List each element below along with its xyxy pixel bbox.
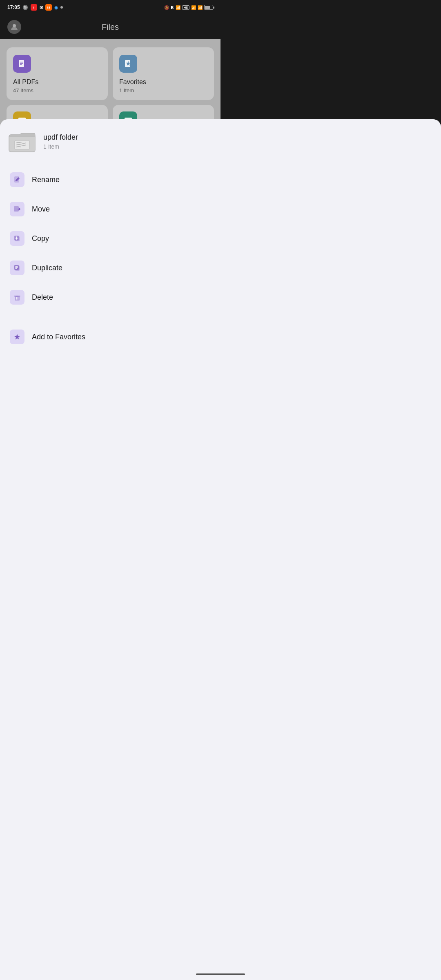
favorites-count: 1 Item bbox=[119, 87, 207, 94]
folder-preview-info: updf folder 1 Item bbox=[43, 133, 78, 150]
status-right: 🔕 𝗕 📶 HD 📶 📶 bbox=[164, 5, 213, 10]
mute-icon: 🔕 bbox=[164, 5, 169, 10]
bluetooth-icon: 𝗕 bbox=[171, 5, 174, 10]
app-icon-2: i bbox=[31, 4, 37, 11]
all-pdfs-icon bbox=[13, 55, 31, 73]
folder-name-label: updf folder bbox=[43, 133, 78, 142]
signal-1: 📶 bbox=[191, 5, 196, 10]
app-icon-4: 88 bbox=[45, 4, 52, 11]
delete-icon-wrap bbox=[10, 290, 24, 305]
delete-label: Delete bbox=[32, 293, 53, 302]
svg-point-0 bbox=[13, 24, 16, 27]
copy-label: Copy bbox=[32, 234, 49, 243]
add-favorites-label: Add to Favorites bbox=[32, 333, 85, 341]
rename-label: Rename bbox=[32, 176, 60, 184]
bottom-sheet: updf folder 1 Item Rename Move bbox=[0, 119, 220, 490]
hd-badge: HD bbox=[182, 5, 189, 10]
folder-count-label: 1 Item bbox=[43, 143, 78, 150]
favorites-icon bbox=[119, 55, 137, 73]
move-menu-item[interactable]: Move bbox=[0, 194, 220, 224]
favorites-name: Favorites bbox=[119, 78, 207, 86]
menu-section-secondary: Add to Favorites bbox=[0, 319, 220, 355]
wifi-icon: 📶 bbox=[176, 5, 180, 10]
all-pdfs-count: 47 Items bbox=[13, 87, 101, 94]
app-icon-1: 🔘 bbox=[22, 5, 28, 10]
duplicate-menu-item[interactable]: Duplicate bbox=[0, 253, 220, 283]
folder-preview-icon bbox=[8, 129, 36, 154]
signal-2: 📶 bbox=[198, 5, 203, 10]
svg-marker-28 bbox=[14, 334, 20, 340]
avatar[interactable] bbox=[7, 20, 21, 34]
status-left: 17:05 🔘 i ✉ 88 ◉ bbox=[7, 4, 63, 11]
dot-indicator bbox=[60, 6, 63, 9]
move-label: Move bbox=[32, 205, 50, 214]
time: 17:05 bbox=[7, 4, 20, 10]
copy-icon-wrap bbox=[10, 231, 24, 246]
copy-menu-item[interactable]: Copy bbox=[0, 224, 220, 253]
all-pdfs-name: All PDFs bbox=[13, 78, 101, 86]
header: Files bbox=[0, 15, 220, 39]
rename-menu-item[interactable]: Rename bbox=[0, 165, 220, 194]
delete-menu-item[interactable]: Delete bbox=[0, 283, 220, 312]
move-icon-wrap bbox=[10, 202, 24, 216]
app-icon-3: ✉ bbox=[40, 5, 43, 10]
menu-divider bbox=[8, 317, 220, 317]
folder-card-favorites[interactable]: Favorites 1 Item bbox=[113, 47, 214, 100]
status-bar: 17:05 🔘 i ✉ 88 ◉ 🔕 𝗕 📶 HD 📶 📶 bbox=[0, 0, 220, 15]
battery-icon bbox=[204, 5, 213, 10]
add-favorites-menu-item[interactable]: Add to Favorites bbox=[0, 322, 220, 352]
add-favorites-icon-wrap bbox=[10, 330, 24, 344]
page-title: Files bbox=[102, 22, 119, 32]
duplicate-label: Duplicate bbox=[32, 264, 62, 272]
folder-card-all-pdfs[interactable]: All PDFs 47 Items bbox=[7, 47, 108, 100]
folder-preview: updf folder 1 Item bbox=[0, 119, 220, 162]
app-icon-5: ◉ bbox=[54, 5, 58, 10]
rename-icon-wrap bbox=[10, 172, 24, 187]
duplicate-icon-wrap bbox=[10, 261, 24, 275]
menu-section-main: Rename Move Copy bbox=[0, 162, 220, 315]
